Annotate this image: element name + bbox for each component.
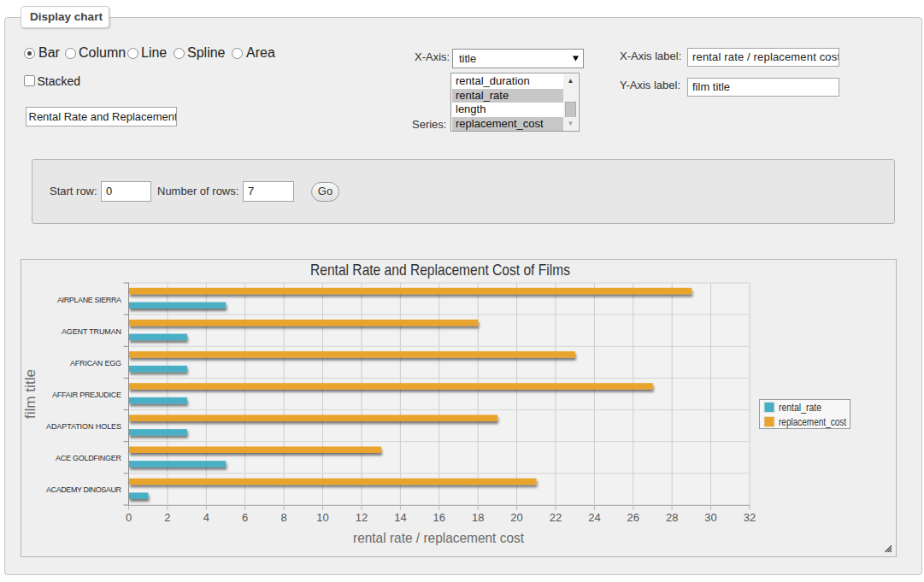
svg-text:4: 4 [203, 511, 209, 524]
svg-text:AGENT TRUMAN: AGENT TRUMAN [62, 327, 121, 336]
svg-text:8: 8 [280, 511, 286, 524]
svg-text:replacement_cost: replacement_cost [779, 416, 847, 428]
svg-text:18: 18 [472, 511, 484, 524]
svg-text:AFFAIR PREJUDICE: AFFAIR PREJUDICE [52, 391, 121, 399]
svg-text:rental rate / replacement cost: rental rate / replacement cost [353, 530, 524, 546]
svg-text:Rental Rate and Replacement Co: Rental Rate and Replacement Cost of Film… [310, 261, 570, 279]
svg-text:ACADEMY DINOSAUR: ACADEMY DINOSAUR [46, 485, 122, 494]
svg-text:12: 12 [356, 511, 368, 524]
svg-text:AIRPLANE SIERRA: AIRPLANE SIERRA [57, 296, 121, 304]
svg-text:0: 0 [126, 511, 132, 524]
svg-text:24: 24 [588, 511, 600, 524]
svg-text:22: 22 [550, 511, 562, 524]
svg-text:26: 26 [627, 511, 639, 524]
svg-text:6: 6 [242, 511, 248, 524]
svg-text:ADAPTATION HOLES: ADAPTATION HOLES [46, 422, 121, 431]
svg-text:AFRICAN EGG: AFRICAN EGG [70, 359, 121, 367]
svg-text:ACE GOLDFINGER: ACE GOLDFINGER [56, 454, 122, 462]
svg-text:16: 16 [433, 511, 445, 524]
svg-text:14: 14 [394, 511, 406, 524]
svg-text:32: 32 [744, 511, 756, 524]
svg-text:30: 30 [704, 511, 716, 524]
svg-text:rental_rate: rental_rate [779, 402, 821, 414]
svg-text:28: 28 [666, 511, 678, 524]
svg-text:10: 10 [316, 511, 328, 524]
svg-text:2: 2 [164, 511, 170, 524]
svg-text:20: 20 [510, 511, 522, 524]
svg-text:film title: film title [22, 369, 38, 419]
